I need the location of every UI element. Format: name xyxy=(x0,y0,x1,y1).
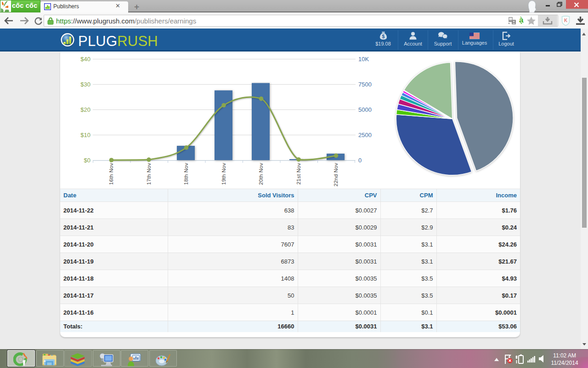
svg-text:7500: 7500 xyxy=(358,81,372,88)
svg-text:$30: $30 xyxy=(80,81,90,88)
svg-text:19th Nov: 19th Nov xyxy=(220,163,226,185)
svg-text:2500: 2500 xyxy=(358,132,372,138)
svg-text:21st Nov: 21st Nov xyxy=(295,163,301,184)
svg-text:K: K xyxy=(564,18,568,23)
svg-text:22nd Nov: 22nd Nov xyxy=(333,163,339,186)
svg-text:$: $ xyxy=(382,34,384,39)
svg-text:16th Nov: 16th Nov xyxy=(108,163,114,185)
svg-text:$20: $20 xyxy=(80,106,90,113)
svg-text:$10: $10 xyxy=(80,132,90,138)
svg-text:$40: $40 xyxy=(80,56,90,63)
svg-text:$0: $0 xyxy=(84,157,90,164)
svg-text:17th Nov: 17th Nov xyxy=(146,163,152,185)
svg-text:10K: 10K xyxy=(358,56,369,63)
svg-text:5000: 5000 xyxy=(358,106,372,113)
svg-text:20th Nov: 20th Nov xyxy=(258,163,264,185)
svg-text:0: 0 xyxy=(358,157,362,164)
svg-text:18th Nov: 18th Nov xyxy=(183,163,189,185)
